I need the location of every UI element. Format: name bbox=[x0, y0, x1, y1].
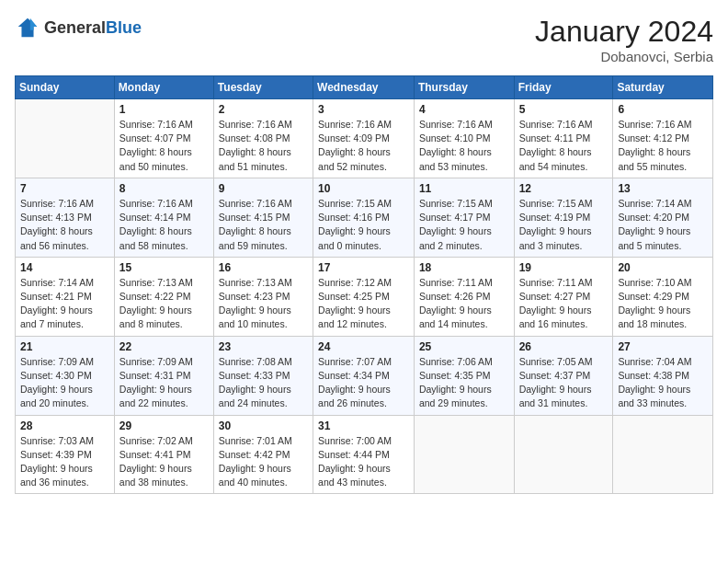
calendar-cell: 13Sunrise: 7:14 AMSunset: 4:20 PMDayligh… bbox=[613, 178, 713, 257]
calendar-cell: 5Sunrise: 7:16 AMSunset: 4:11 PMDaylight… bbox=[514, 99, 613, 178]
calendar-week-row: 1Sunrise: 7:16 AMSunset: 4:07 PMDaylight… bbox=[16, 99, 713, 178]
days-of-week-row: SundayMondayTuesdayWednesdayThursdayFrid… bbox=[16, 76, 713, 99]
day-detail: Sunrise: 7:05 AMSunset: 4:37 PMDaylight:… bbox=[519, 355, 609, 411]
calendar-table: SundayMondayTuesdayWednesdayThursdayFrid… bbox=[15, 75, 713, 494]
calendar-cell: 16Sunrise: 7:13 AMSunset: 4:23 PMDayligh… bbox=[213, 257, 313, 336]
day-detail: Sunrise: 7:03 AMSunset: 4:39 PMDaylight:… bbox=[20, 434, 109, 490]
calendar-cell: 14Sunrise: 7:14 AMSunset: 4:21 PMDayligh… bbox=[16, 257, 115, 336]
day-number: 9 bbox=[219, 182, 308, 195]
day-number: 6 bbox=[618, 103, 708, 116]
calendar-week-row: 14Sunrise: 7:14 AMSunset: 4:21 PMDayligh… bbox=[16, 257, 713, 336]
calendar-cell: 23Sunrise: 7:08 AMSunset: 4:33 PMDayligh… bbox=[213, 336, 313, 415]
day-of-week-header: Wednesday bbox=[313, 76, 415, 99]
page-header: GeneralBlue January 2024 Dobanovci, Serb… bbox=[15, 15, 713, 64]
day-number: 17 bbox=[318, 261, 409, 274]
day-number: 13 bbox=[618, 182, 708, 195]
day-number: 5 bbox=[519, 103, 609, 116]
calendar-cell: 7Sunrise: 7:16 AMSunset: 4:13 PMDaylight… bbox=[16, 178, 115, 257]
day-number: 29 bbox=[119, 419, 209, 432]
day-number: 16 bbox=[219, 261, 308, 274]
calendar-cell: 17Sunrise: 7:12 AMSunset: 4:25 PMDayligh… bbox=[313, 257, 415, 336]
calendar-cell: 30Sunrise: 7:01 AMSunset: 4:42 PMDayligh… bbox=[213, 415, 313, 494]
day-number: 25 bbox=[419, 340, 509, 353]
calendar-cell: 20Sunrise: 7:10 AMSunset: 4:29 PMDayligh… bbox=[613, 257, 713, 336]
calendar-cell: 22Sunrise: 7:09 AMSunset: 4:31 PMDayligh… bbox=[114, 336, 213, 415]
day-of-week-header: Saturday bbox=[613, 76, 713, 99]
day-number: 23 bbox=[219, 340, 308, 353]
day-number: 7 bbox=[20, 182, 109, 195]
day-number: 20 bbox=[618, 261, 708, 274]
calendar-cell: 19Sunrise: 7:11 AMSunset: 4:27 PMDayligh… bbox=[514, 257, 613, 336]
calendar-cell: 18Sunrise: 7:11 AMSunset: 4:26 PMDayligh… bbox=[414, 257, 514, 336]
day-number: 8 bbox=[119, 182, 209, 195]
day-number: 12 bbox=[519, 182, 609, 195]
calendar-cell: 6Sunrise: 7:16 AMSunset: 4:12 PMDaylight… bbox=[613, 99, 713, 178]
calendar-cell: 11Sunrise: 7:15 AMSunset: 4:17 PMDayligh… bbox=[414, 178, 514, 257]
svg-marker-1 bbox=[30, 18, 37, 30]
day-detail: Sunrise: 7:15 AMSunset: 4:19 PMDaylight:… bbox=[519, 197, 609, 253]
day-of-week-header: Thursday bbox=[414, 76, 514, 99]
day-detail: Sunrise: 7:16 AMSunset: 4:09 PMDaylight:… bbox=[318, 118, 409, 174]
calendar-header: SundayMondayTuesdayWednesdayThursdayFrid… bbox=[16, 76, 713, 99]
day-detail: Sunrise: 7:15 AMSunset: 4:17 PMDaylight:… bbox=[419, 197, 509, 253]
day-detail: Sunrise: 7:09 AMSunset: 4:31 PMDaylight:… bbox=[119, 355, 209, 411]
calendar-cell bbox=[514, 415, 613, 494]
title-block: January 2024 Dobanovci, Serbia bbox=[535, 15, 713, 64]
day-detail: Sunrise: 7:16 AMSunset: 4:08 PMDaylight:… bbox=[219, 118, 308, 174]
day-detail: Sunrise: 7:16 AMSunset: 4:07 PMDaylight:… bbox=[119, 118, 209, 174]
day-detail: Sunrise: 7:16 AMSunset: 4:14 PMDaylight:… bbox=[119, 197, 209, 253]
day-detail: Sunrise: 7:16 AMSunset: 4:11 PMDaylight:… bbox=[519, 118, 609, 174]
day-of-week-header: Monday bbox=[114, 76, 213, 99]
day-detail: Sunrise: 7:14 AMSunset: 4:21 PMDaylight:… bbox=[20, 276, 109, 332]
day-detail: Sunrise: 7:06 AMSunset: 4:35 PMDaylight:… bbox=[419, 355, 509, 411]
day-number: 21 bbox=[20, 340, 109, 353]
day-number: 28 bbox=[20, 419, 109, 432]
calendar-cell: 27Sunrise: 7:04 AMSunset: 4:38 PMDayligh… bbox=[613, 336, 713, 415]
calendar-cell: 21Sunrise: 7:09 AMSunset: 4:30 PMDayligh… bbox=[16, 336, 115, 415]
day-detail: Sunrise: 7:14 AMSunset: 4:20 PMDaylight:… bbox=[618, 197, 708, 253]
day-number: 15 bbox=[119, 261, 209, 274]
calendar-week-row: 21Sunrise: 7:09 AMSunset: 4:30 PMDayligh… bbox=[16, 336, 713, 415]
day-number: 24 bbox=[318, 340, 409, 353]
day-number: 1 bbox=[119, 103, 209, 116]
day-of-week-header: Sunday bbox=[16, 76, 115, 99]
logo-icon bbox=[15, 15, 40, 40]
day-detail: Sunrise: 7:15 AMSunset: 4:16 PMDaylight:… bbox=[318, 197, 409, 253]
location-subtitle: Dobanovci, Serbia bbox=[535, 49, 713, 64]
day-of-week-header: Tuesday bbox=[213, 76, 313, 99]
calendar-cell: 15Sunrise: 7:13 AMSunset: 4:22 PMDayligh… bbox=[114, 257, 213, 336]
day-detail: Sunrise: 7:00 AMSunset: 4:44 PMDaylight:… bbox=[318, 434, 409, 490]
day-number: 2 bbox=[219, 103, 308, 116]
day-detail: Sunrise: 7:16 AMSunset: 4:13 PMDaylight:… bbox=[20, 197, 109, 253]
calendar-cell: 3Sunrise: 7:16 AMSunset: 4:09 PMDaylight… bbox=[313, 99, 415, 178]
calendar-cell: 2Sunrise: 7:16 AMSunset: 4:08 PMDaylight… bbox=[213, 99, 313, 178]
day-detail: Sunrise: 7:12 AMSunset: 4:25 PMDaylight:… bbox=[318, 276, 409, 332]
day-number: 18 bbox=[419, 261, 509, 274]
day-number: 30 bbox=[219, 419, 308, 432]
logo: GeneralBlue bbox=[15, 15, 142, 40]
day-detail: Sunrise: 7:16 AMSunset: 4:12 PMDaylight:… bbox=[618, 118, 708, 174]
day-number: 14 bbox=[20, 261, 109, 274]
calendar-cell: 28Sunrise: 7:03 AMSunset: 4:39 PMDayligh… bbox=[16, 415, 115, 494]
day-detail: Sunrise: 7:08 AMSunset: 4:33 PMDaylight:… bbox=[219, 355, 308, 411]
day-number: 10 bbox=[318, 182, 409, 195]
day-detail: Sunrise: 7:07 AMSunset: 4:34 PMDaylight:… bbox=[318, 355, 409, 411]
calendar-cell: 8Sunrise: 7:16 AMSunset: 4:14 PMDaylight… bbox=[114, 178, 213, 257]
calendar-cell: 26Sunrise: 7:05 AMSunset: 4:37 PMDayligh… bbox=[514, 336, 613, 415]
calendar-cell: 10Sunrise: 7:15 AMSunset: 4:16 PMDayligh… bbox=[313, 178, 415, 257]
day-detail: Sunrise: 7:11 AMSunset: 4:26 PMDaylight:… bbox=[419, 276, 509, 332]
day-of-week-header: Friday bbox=[514, 76, 613, 99]
day-detail: Sunrise: 7:09 AMSunset: 4:30 PMDaylight:… bbox=[20, 355, 109, 411]
calendar-cell bbox=[613, 415, 713, 494]
calendar-cell: 9Sunrise: 7:16 AMSunset: 4:15 PMDaylight… bbox=[213, 178, 313, 257]
day-detail: Sunrise: 7:13 AMSunset: 4:23 PMDaylight:… bbox=[219, 276, 308, 332]
day-detail: Sunrise: 7:04 AMSunset: 4:38 PMDaylight:… bbox=[618, 355, 708, 411]
calendar-cell: 31Sunrise: 7:00 AMSunset: 4:44 PMDayligh… bbox=[313, 415, 415, 494]
day-number: 4 bbox=[419, 103, 509, 116]
day-detail: Sunrise: 7:11 AMSunset: 4:27 PMDaylight:… bbox=[519, 276, 609, 332]
day-detail: Sunrise: 7:16 AMSunset: 4:10 PMDaylight:… bbox=[419, 118, 509, 174]
calendar-cell: 29Sunrise: 7:02 AMSunset: 4:41 PMDayligh… bbox=[114, 415, 213, 494]
day-number: 22 bbox=[119, 340, 209, 353]
logo-blue-text: Blue bbox=[106, 18, 142, 37]
calendar-week-row: 28Sunrise: 7:03 AMSunset: 4:39 PMDayligh… bbox=[16, 415, 713, 494]
